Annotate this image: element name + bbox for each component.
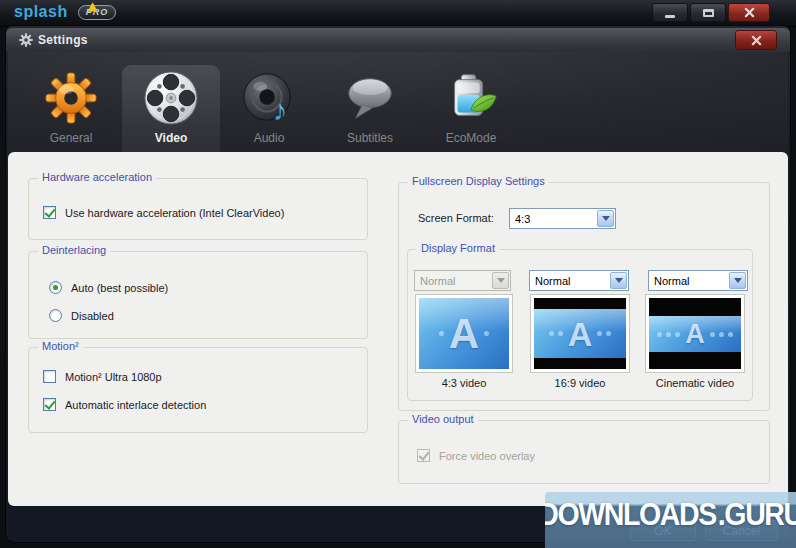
settings-gear-icon [19,33,33,47]
speech-bubble-icon [342,65,398,131]
chevron-down-icon [492,272,509,289]
tab-subtitles[interactable]: Subtitles [321,65,419,152]
group-title: Motion² [38,340,83,352]
tab-label: Audio [254,131,285,145]
splash-logo: splash PRO [14,3,116,21]
deinterlacing-disabled-radio[interactable] [49,309,62,322]
settings-tabstrip: General [8,52,788,152]
video-letter: A [685,321,705,348]
display-format-combobox-169[interactable]: Normal [529,270,629,291]
combobox-value: 4:3 [510,213,596,225]
force-video-overlay-checkbox [417,449,430,462]
dot-icon [484,331,489,336]
close-icon [744,7,755,18]
screen-format-combobox[interactable]: 4:3 [509,208,616,229]
deinterlacing-disabled-row: Disabled [49,309,114,322]
minimize-icon [665,15,675,18]
checkbox-label: Use hardware acceleration (Intel ClearVi… [65,207,284,219]
chevron-down-icon[interactable] [610,272,627,289]
thumbnail-169-video: A [530,294,630,373]
use-hardware-acceleration-checkbox[interactable] [43,206,56,219]
force-video-overlay-row: Force video overlay [417,449,535,462]
screen-format-label: Screen Format: [418,212,494,224]
music-note-icon: ♪ [273,94,287,126]
thumbnail-caption: 16:9 video [530,377,630,389]
thumbnail-43-video: A [415,294,513,373]
tab-label: General [50,131,93,145]
minimize-button[interactable] [652,3,688,22]
checkbox-label: Automatic interlace detection [65,399,206,411]
video-letter: A [449,313,479,355]
video-settings-panel: Hardware acceleration Use hardware accel… [8,152,788,506]
group-title: Fullscreen Display Settings [408,175,549,187]
window-close-button[interactable] [728,3,770,22]
dialog-close-button[interactable] [735,30,777,50]
speaker-music-icon: ♪ [241,65,297,131]
watermark-text-right: .GURU [718,499,796,530]
battery-leaf-icon [443,65,499,131]
combobox-value: Normal [649,275,728,287]
film-reel-icon [143,65,199,131]
splash-logo-text: splash [14,3,68,21]
group-deinterlacing: Deinterlacing Auto (best possible) Disab… [28,251,368,339]
group-fullscreen-display: Fullscreen Display Settings Screen Forma… [398,182,770,411]
radio-label: Disabled [71,310,114,322]
maximize-button[interactable] [690,3,726,22]
display-format-combobox-43: Normal [414,270,511,291]
watermark-text-left: DOWNLOADS [545,499,716,530]
display-format-combobox-cinematic[interactable]: Normal [648,270,748,291]
motion2-ultra-row: Motion² Ultra 1080p [43,370,162,383]
chevron-down-icon[interactable] [729,272,746,289]
tab-ecomode[interactable]: EcoMode [422,65,520,152]
checkbox-label: Force video overlay [439,450,535,462]
thumbnail-cinematic-video: A [645,294,745,373]
settings-dialog-header: Settings [6,28,790,53]
auto-interlace-row: Automatic interlace detection [43,398,206,411]
motion2-ultra-checkbox[interactable] [43,370,56,383]
window-titlebar: splash PRO [0,0,796,27]
dialog-title: Settings [38,33,88,47]
tab-general[interactable]: General [22,65,120,152]
tab-label: Subtitles [347,131,393,145]
group-motion2: Motion² Motion² Ultra 1080p Automatic in… [28,347,368,433]
video-letter: A [568,317,593,351]
combobox-value: Normal [530,275,609,287]
settings-dialog: Settings [6,26,790,542]
group-title: Display Format [417,242,499,254]
deinterlacing-auto-radio[interactable] [49,281,62,294]
deinterlacing-auto-row: Auto (best possible) [49,281,168,294]
tab-video[interactable]: Video [122,65,220,152]
group-title: Hardware acceleration [38,171,156,183]
gear-icon [45,65,97,131]
radio-label: Auto (best possible) [71,282,168,294]
auto-interlace-checkbox[interactable] [43,398,56,411]
hardware-acceleration-row: Use hardware acceleration (Intel ClearVi… [43,206,284,219]
tab-audio[interactable]: ♪ Audio [220,65,318,152]
checkbox-label: Motion² Ultra 1080p [65,371,162,383]
group-title: Deinterlacing [38,244,110,256]
group-video-output: Video output Force video overlay [398,420,770,484]
downloads-guru-watermark: DOWNLOADS .GURU [545,492,796,548]
dot-icon [439,331,444,336]
tab-label: EcoMode [446,131,497,145]
tab-label: Video [155,131,187,145]
close-icon [751,35,762,46]
chevron-down-icon[interactable] [597,210,614,227]
group-display-format: Display Format Normal Normal Normal [407,249,753,401]
maximize-icon [703,9,714,17]
group-hardware-acceleration: Hardware acceleration Use hardware accel… [28,178,368,240]
group-title: Video output [408,413,478,425]
combobox-value: Normal [415,275,491,287]
thumbnail-caption: 4:3 video [415,377,513,389]
thumbnail-caption: Cinematic video [645,377,745,389]
